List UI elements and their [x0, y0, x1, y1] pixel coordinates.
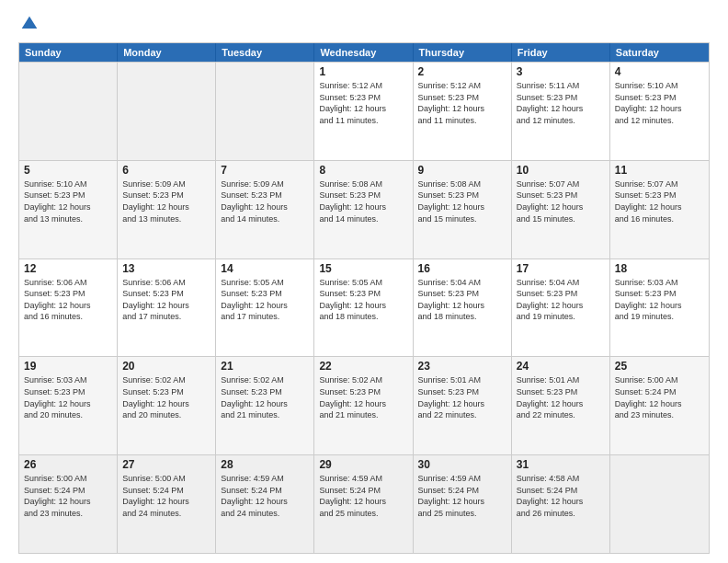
day-info-1: Sunrise: 5:12 AM Sunset: 5:23 PM Dayligh… — [319, 80, 407, 126]
day-cell-14: 14Sunrise: 5:05 AM Sunset: 5:23 PM Dayli… — [216, 259, 314, 357]
day-cell-4: 4Sunrise: 5:10 AM Sunset: 5:23 PM Daylig… — [610, 63, 709, 160]
svg-marker-0 — [22, 17, 38, 29]
day-number-16: 16 — [418, 262, 506, 275]
day-info-21: Sunrise: 5:02 AM Sunset: 5:23 PM Dayligh… — [221, 374, 309, 420]
day-cell-5: 5Sunrise: 5:10 AM Sunset: 5:23 PM Daylig… — [19, 161, 118, 259]
weekday-header-wednesday: Wednesday — [314, 43, 413, 62]
day-number-21: 21 — [221, 360, 309, 373]
day-number-20: 20 — [122, 360, 210, 373]
day-info-5: Sunrise: 5:10 AM Sunset: 5:23 PM Dayligh… — [24, 178, 112, 224]
day-cell-19: 19Sunrise: 5:03 AM Sunset: 5:23 PM Dayli… — [19, 357, 118, 454]
day-info-14: Sunrise: 5:05 AM Sunset: 5:23 PM Dayligh… — [221, 277, 309, 323]
day-number-8: 8 — [319, 164, 407, 177]
day-cell-24: 24Sunrise: 5:01 AM Sunset: 5:23 PM Dayli… — [512, 357, 610, 454]
day-number-14: 14 — [221, 262, 309, 275]
weekday-header-saturday: Saturday — [610, 43, 709, 62]
calendar-row-3: 19Sunrise: 5:03 AM Sunset: 5:23 PM Dayli… — [19, 356, 709, 454]
day-info-2: Sunrise: 5:12 AM Sunset: 5:23 PM Dayligh… — [418, 80, 506, 126]
day-number-9: 9 — [418, 164, 506, 177]
day-info-7: Sunrise: 5:09 AM Sunset: 5:23 PM Dayligh… — [221, 178, 309, 224]
day-number-31: 31 — [517, 458, 605, 471]
day-number-10: 10 — [517, 164, 605, 177]
day-info-10: Sunrise: 5:07 AM Sunset: 5:23 PM Dayligh… — [517, 178, 605, 224]
day-cell-21: 21Sunrise: 5:02 AM Sunset: 5:23 PM Dayli… — [216, 357, 314, 454]
day-cell-11: 11Sunrise: 5:07 AM Sunset: 5:23 PM Dayli… — [610, 161, 709, 259]
day-info-11: Sunrise: 5:07 AM Sunset: 5:23 PM Dayligh… — [615, 178, 704, 224]
day-cell-7: 7Sunrise: 5:09 AM Sunset: 5:23 PM Daylig… — [216, 161, 314, 259]
weekday-header-monday: Monday — [118, 43, 216, 62]
day-info-9: Sunrise: 5:08 AM Sunset: 5:23 PM Dayligh… — [418, 178, 506, 224]
day-number-19: 19 — [24, 360, 112, 373]
day-number-22: 22 — [319, 360, 407, 373]
page: SundayMondayTuesdayWednesdayThursdayFrid… — [0, 0, 728, 563]
day-cell-16: 16Sunrise: 5:04 AM Sunset: 5:23 PM Dayli… — [414, 259, 512, 357]
empty-cell-0-2 — [216, 63, 314, 160]
day-number-29: 29 — [319, 458, 407, 471]
day-cell-2: 2Sunrise: 5:12 AM Sunset: 5:23 PM Daylig… — [414, 63, 512, 160]
day-cell-29: 29Sunrise: 4:59 AM Sunset: 5:24 PM Dayli… — [314, 455, 413, 553]
day-cell-3: 3Sunrise: 5:11 AM Sunset: 5:23 PM Daylig… — [512, 63, 610, 160]
day-info-4: Sunrise: 5:10 AM Sunset: 5:23 PM Dayligh… — [615, 80, 704, 126]
day-info-26: Sunrise: 5:00 AM Sunset: 5:24 PM Dayligh… — [24, 473, 112, 519]
day-number-26: 26 — [24, 458, 112, 471]
day-info-30: Sunrise: 4:59 AM Sunset: 5:24 PM Dayligh… — [418, 473, 506, 519]
empty-cell-0-1 — [118, 63, 216, 160]
day-info-22: Sunrise: 5:02 AM Sunset: 5:23 PM Dayligh… — [319, 374, 407, 420]
day-info-3: Sunrise: 5:11 AM Sunset: 5:23 PM Dayligh… — [517, 80, 605, 126]
day-cell-17: 17Sunrise: 5:04 AM Sunset: 5:23 PM Dayli… — [512, 259, 610, 357]
day-number-30: 30 — [418, 458, 506, 471]
weekday-header-friday: Friday — [512, 43, 610, 62]
day-info-25: Sunrise: 5:00 AM Sunset: 5:24 PM Dayligh… — [615, 374, 704, 420]
weekday-header-thursday: Thursday — [414, 43, 512, 62]
calendar-body: 1Sunrise: 5:12 AM Sunset: 5:23 PM Daylig… — [19, 62, 709, 553]
day-cell-18: 18Sunrise: 5:03 AM Sunset: 5:23 PM Dayli… — [610, 259, 709, 357]
day-number-25: 25 — [615, 360, 704, 373]
day-number-12: 12 — [24, 262, 112, 275]
day-cell-26: 26Sunrise: 5:00 AM Sunset: 5:24 PM Dayli… — [19, 455, 118, 553]
day-number-15: 15 — [319, 262, 407, 275]
day-info-6: Sunrise: 5:09 AM Sunset: 5:23 PM Dayligh… — [122, 178, 210, 224]
day-cell-10: 10Sunrise: 5:07 AM Sunset: 5:23 PM Dayli… — [512, 161, 610, 259]
day-info-31: Sunrise: 4:58 AM Sunset: 5:24 PM Dayligh… — [517, 473, 605, 519]
day-info-23: Sunrise: 5:01 AM Sunset: 5:23 PM Dayligh… — [418, 374, 506, 420]
day-info-15: Sunrise: 5:05 AM Sunset: 5:23 PM Dayligh… — [319, 277, 407, 323]
weekday-header-sunday: Sunday — [19, 43, 118, 62]
day-number-11: 11 — [615, 164, 704, 177]
day-cell-23: 23Sunrise: 5:01 AM Sunset: 5:23 PM Dayli… — [414, 357, 512, 454]
day-number-24: 24 — [517, 360, 605, 373]
day-cell-8: 8Sunrise: 5:08 AM Sunset: 5:23 PM Daylig… — [314, 161, 413, 259]
empty-cell-4-6 — [610, 455, 709, 553]
day-number-28: 28 — [221, 458, 309, 471]
day-cell-30: 30Sunrise: 4:59 AM Sunset: 5:24 PM Dayli… — [414, 455, 512, 553]
day-number-4: 4 — [615, 65, 704, 78]
calendar-row-4: 26Sunrise: 5:00 AM Sunset: 5:24 PM Dayli… — [19, 454, 709, 553]
day-cell-6: 6Sunrise: 5:09 AM Sunset: 5:23 PM Daylig… — [118, 161, 216, 259]
day-info-13: Sunrise: 5:06 AM Sunset: 5:23 PM Dayligh… — [122, 277, 210, 323]
weekday-header-tuesday: Tuesday — [216, 43, 314, 62]
day-cell-22: 22Sunrise: 5:02 AM Sunset: 5:23 PM Dayli… — [314, 357, 413, 454]
day-info-24: Sunrise: 5:01 AM Sunset: 5:23 PM Dayligh… — [517, 374, 605, 420]
day-info-17: Sunrise: 5:04 AM Sunset: 5:23 PM Dayligh… — [517, 277, 605, 323]
day-number-23: 23 — [418, 360, 506, 373]
day-number-3: 3 — [517, 65, 605, 78]
day-number-13: 13 — [122, 262, 210, 275]
day-info-28: Sunrise: 4:59 AM Sunset: 5:24 PM Dayligh… — [221, 473, 309, 519]
day-info-19: Sunrise: 5:03 AM Sunset: 5:23 PM Dayligh… — [24, 374, 112, 420]
day-number-27: 27 — [122, 458, 210, 471]
day-info-20: Sunrise: 5:02 AM Sunset: 5:23 PM Dayligh… — [122, 374, 210, 420]
day-info-16: Sunrise: 5:04 AM Sunset: 5:23 PM Dayligh… — [418, 277, 506, 323]
calendar-row-1: 5Sunrise: 5:10 AM Sunset: 5:23 PM Daylig… — [19, 160, 709, 259]
empty-cell-0-0 — [19, 63, 118, 160]
day-cell-20: 20Sunrise: 5:02 AM Sunset: 5:23 PM Dayli… — [118, 357, 216, 454]
day-number-7: 7 — [221, 164, 309, 177]
day-cell-15: 15Sunrise: 5:05 AM Sunset: 5:23 PM Dayli… — [314, 259, 413, 357]
day-number-17: 17 — [517, 262, 605, 275]
day-cell-12: 12Sunrise: 5:06 AM Sunset: 5:23 PM Dayli… — [19, 259, 118, 357]
calendar-row-0: 1Sunrise: 5:12 AM Sunset: 5:23 PM Daylig… — [19, 62, 709, 160]
day-cell-1: 1Sunrise: 5:12 AM Sunset: 5:23 PM Daylig… — [314, 63, 413, 160]
day-info-29: Sunrise: 4:59 AM Sunset: 5:24 PM Dayligh… — [319, 473, 407, 519]
day-cell-25: 25Sunrise: 5:00 AM Sunset: 5:24 PM Dayli… — [610, 357, 709, 454]
day-number-5: 5 — [24, 164, 112, 177]
day-cell-13: 13Sunrise: 5:06 AM Sunset: 5:23 PM Dayli… — [118, 259, 216, 357]
day-info-8: Sunrise: 5:08 AM Sunset: 5:23 PM Dayligh… — [319, 178, 407, 224]
